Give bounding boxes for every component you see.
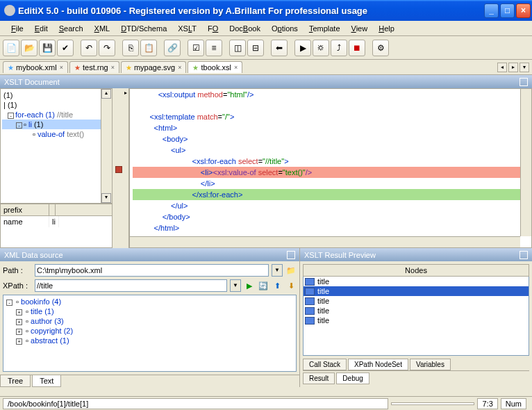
tool-help[interactable]: ⚙: [372, 40, 389, 56]
datasource-tree[interactable]: - ▫ bookinfo (4) + ▫ title (1) + ▫ autho…: [3, 295, 297, 372]
outline-tree[interactable]: (1) | (1) -for-each (1) //title -▫ li (1…: [0, 88, 113, 204]
menu-fo[interactable]: FO: [202, 23, 224, 34]
xpath-refresh-icon[interactable]: 🔄: [258, 280, 269, 291]
menu-options[interactable]: Options: [266, 23, 304, 34]
maximize-button[interactable]: □: [500, 3, 515, 18]
window-titlebar: EditiX 5.0 - build 010906 - Registered v…: [0, 0, 532, 21]
browse-icon[interactable]: 📁: [285, 265, 297, 276]
status-empty: [391, 402, 474, 405]
menu-xslt[interactable]: XSLT: [172, 23, 202, 34]
xpath-up-icon[interactable]: ⬆: [272, 280, 283, 291]
code-editor[interactable]: <xsl:output method="html"/> <xsl:templat…: [129, 88, 532, 248]
tool-stop[interactable]: ⏹: [349, 40, 365, 56]
tree-row-selected: -▫ li (1): [2, 120, 110, 129]
scrollbar-horizontal[interactable]: [130, 236, 520, 247]
nodes-list[interactable]: title title title title title: [303, 277, 529, 356]
menubar: FFileile Edit Search XML DTD/Schema XSLT…: [0, 21, 532, 36]
minimize-button[interactable]: _: [484, 3, 499, 18]
xpath-input[interactable]: [35, 279, 227, 292]
status-path: /book/bookinfo[1]/title[1]: [3, 398, 388, 409]
panel-toggle-icon[interactable]: [519, 251, 528, 259]
xpath-down-icon[interactable]: ⬇: [285, 280, 297, 291]
xpath-run-icon[interactable]: ▶: [244, 280, 255, 291]
tab-prev-button[interactable]: ◂: [497, 63, 507, 72]
tool-link[interactable]: 🔗: [164, 40, 181, 56]
xpath-dropdown[interactable]: ▼: [230, 279, 241, 292]
file-tab-mybook[interactable]: ★mybook.xml×: [3, 61, 68, 73]
panel-toggle-icon[interactable]: [287, 251, 295, 259]
statusbar: /book/bookinfo[1]/title[1] 7:3 Num: [0, 396, 532, 410]
menu-docbook[interactable]: DocBook: [224, 23, 266, 34]
scrollbar-vertical[interactable]: [520, 89, 531, 236]
xpath-label: XPath :: [3, 281, 32, 290]
menu-view[interactable]: View: [346, 23, 374, 34]
file-tab-test[interactable]: ★test.rng×: [69, 61, 119, 73]
file-tab-mypage[interactable]: ★mypage.svg×: [121, 61, 187, 73]
tool-step[interactable]: ⤴: [331, 40, 347, 56]
tab-callstack[interactable]: Call Stack: [303, 359, 347, 370]
node-row-selected: title: [304, 286, 529, 296]
tool-copy[interactable]: ⎘: [122, 40, 139, 56]
editor-gutter[interactable]: ▸: [113, 88, 129, 248]
tool-validate[interactable]: ☑: [188, 40, 204, 56]
tool-redo[interactable]: ↷: [99, 40, 115, 56]
tool-split-v[interactable]: ⊟: [247, 40, 264, 56]
menu-xml[interactable]: XML: [89, 23, 116, 34]
node-row: title: [304, 315, 529, 325]
tab-debug[interactable]: Debug: [336, 372, 369, 384]
tool-undo[interactable]: ↶: [81, 40, 97, 56]
close-tab-icon[interactable]: ×: [234, 64, 238, 71]
tool-open[interactable]: 📂: [21, 40, 38, 56]
window-title: EditiX 5.0 - build 010906 - Registered v…: [18, 6, 483, 16]
close-button[interactable]: ×: [516, 3, 531, 18]
close-tab-icon[interactable]: ×: [178, 64, 181, 71]
app-icon: [4, 5, 15, 16]
tree-row: | (1): [2, 100, 110, 110]
path-dropdown[interactable]: ▼: [272, 264, 283, 277]
toolbar: 📄 📂 💾 ✔ ↶ ↷ ⎘ 📋 🔗 ☑ ≡ ◫ ⊟ ⬅ ▶ ⛭ ⤴ ⏹ ⚙: [0, 36, 532, 60]
scrollbar-vertical[interactable]: ▴▾: [101, 89, 112, 203]
menu-file[interactable]: FFileile: [6, 23, 29, 34]
menu-search[interactable]: Search: [53, 23, 89, 34]
result-header: XSLT Result Preview: [300, 248, 532, 261]
tree-row: (1): [2, 90, 110, 100]
tool-prev[interactable]: ⬅: [271, 40, 288, 56]
file-tabbar: ★mybook.xml× ★test.rng× ★mypage.svg× ★tb…: [0, 60, 532, 75]
tool-new[interactable]: 📄: [3, 40, 19, 56]
node-row: title: [304, 277, 529, 286]
tab-list-button[interactable]: ▾: [519, 63, 529, 72]
panel-toggle-icon[interactable]: [519, 78, 528, 86]
menu-edit[interactable]: Edit: [29, 23, 53, 34]
tool-saveall[interactable]: ✔: [57, 40, 74, 56]
tool-format[interactable]: ≡: [206, 40, 222, 56]
tab-xpath-nodeset[interactable]: XPath NodeSet: [348, 359, 408, 370]
close-tab-icon[interactable]: ×: [60, 64, 63, 71]
tab-tree[interactable]: Tree: [0, 375, 31, 387]
xslt-doc-header: XSLT Document: [0, 75, 532, 88]
tab-variables[interactable]: Variables: [410, 359, 451, 370]
menu-dtd[interactable]: DTD/Schema: [115, 23, 172, 34]
status-position: 7:3: [477, 398, 497, 409]
tool-split-h[interactable]: ◫: [229, 40, 246, 56]
path-input[interactable]: [35, 264, 269, 277]
breakpoint-marker[interactable]: [115, 166, 122, 173]
tool-debug[interactable]: ⛭: [313, 40, 329, 56]
tree-row: ▫ value-of text(): [2, 129, 110, 139]
path-label: Path :: [3, 266, 32, 274]
menu-template[interactable]: Template: [304, 23, 346, 34]
tab-text[interactable]: Text: [32, 375, 61, 387]
prefix-table[interactable]: prefix nameli: [0, 204, 113, 248]
tree-row: -for-each (1) //title: [2, 110, 110, 120]
tool-paste[interactable]: 📋: [140, 40, 157, 56]
menu-help[interactable]: Help: [373, 23, 400, 34]
close-tab-icon[interactable]: ×: [111, 64, 115, 71]
status-numlock: Num: [501, 398, 526, 409]
datasource-header: XML Data source: [0, 248, 299, 261]
node-row: title: [304, 306, 529, 315]
tool-run[interactable]: ▶: [294, 40, 311, 56]
tab-result[interactable]: Result: [303, 372, 335, 384]
tab-next-button[interactable]: ▸: [508, 63, 518, 72]
tool-save[interactable]: 💾: [39, 40, 56, 56]
node-row: title: [304, 296, 529, 306]
file-tab-tbook[interactable]: ★tbook.xsl×: [188, 61, 242, 73]
